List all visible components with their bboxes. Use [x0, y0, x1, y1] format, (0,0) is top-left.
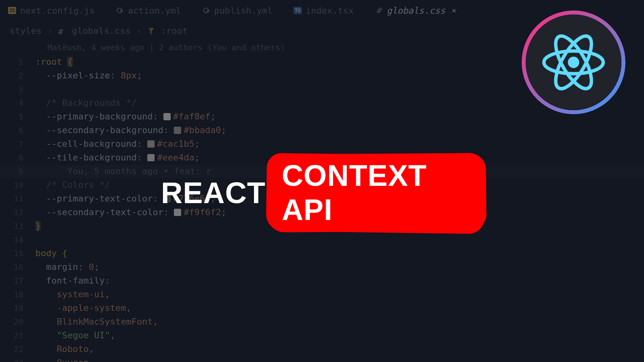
code-line[interactable]: 18 system-ui,: [0, 288, 644, 301]
code-line[interactable]: 6 --secondary-background: #bbada0;: [0, 123, 644, 137]
code-content: }: [35, 219, 41, 233]
code-content: body {: [35, 247, 67, 260]
line-number: 21: [0, 329, 35, 342]
title-word-react: REACT: [161, 176, 266, 210]
yaml-icon: [203, 8, 209, 13]
line-number: 17: [0, 274, 35, 288]
title-highlight: CONTEXT API: [270, 158, 483, 227]
tab-label: action.yml: [128, 6, 181, 16]
line-number: 18: [0, 288, 35, 301]
react-logo-badge: [522, 10, 625, 114]
code-content: font-family:: [35, 274, 110, 288]
hash-icon: #: [58, 27, 66, 35]
line-number: 12: [0, 206, 35, 219]
code-line[interactable]: 23 Oxygen,: [0, 356, 644, 362]
chevron-right-icon: ›: [47, 26, 52, 36]
line-number: 1: [0, 55, 35, 69]
tab-index-tsx[interactable]: TSindex.tsx: [289, 2, 359, 19]
color-swatch-icon: [174, 127, 181, 134]
line-number: 16: [0, 260, 35, 274]
line-number: 23: [0, 356, 35, 362]
code-content: --secondary-background: #bbada0;: [35, 123, 226, 137]
chevron-right-icon: ›: [136, 26, 141, 36]
line-number: 22: [0, 342, 35, 356]
line-number: 2: [0, 69, 35, 82]
line-number: 20: [0, 315, 35, 329]
close-icon[interactable]: ×: [451, 6, 456, 15]
code-content: Oxygen,: [35, 356, 94, 362]
js-icon: JS: [8, 7, 16, 14]
code-content: Roboto,: [35, 342, 94, 356]
tab-label: index.tsx: [306, 6, 354, 16]
title-word-context-api: CONTEXT API: [282, 159, 427, 226]
breadcrumb-folder[interactable]: styles: [10, 26, 41, 36]
tab-publish-yml[interactable]: publish.yml: [197, 2, 278, 19]
line-number: 10: [0, 178, 35, 192]
code-content: BlinkMacSystemFont,: [35, 315, 158, 329]
code-content: -apple-system,: [35, 301, 131, 315]
line-number: 19: [0, 301, 35, 315]
code-line[interactable]: 16 margin: 0;: [0, 260, 644, 274]
code-line[interactable]: 19 -apple-system,: [0, 301, 644, 315]
code-line[interactable]: 17 font-family:: [0, 274, 644, 288]
breadcrumb-symbol[interactable]: :root: [161, 26, 188, 36]
ts-icon: TS: [293, 7, 301, 14]
code-content: :root {: [35, 55, 73, 69]
color-swatch-icon: [147, 140, 155, 148]
color-swatch-icon: [147, 154, 155, 161]
code-content: [35, 82, 41, 96]
tab-globals-css[interactable]: #globals.css×: [370, 2, 461, 19]
line-number: 13: [0, 219, 35, 233]
tab-label: globals.css: [387, 6, 446, 16]
tab-label: publish.yml: [214, 6, 273, 16]
line-number: 15: [0, 247, 35, 260]
code-line[interactable]: 7 --cell-background: #cac1b5;: [0, 137, 644, 151]
title-overlay: REACT CONTEXT API: [161, 158, 483, 227]
hash-icon: #: [375, 6, 383, 14]
tab-action-yml[interactable]: action.yml: [111, 2, 186, 19]
code-content: --cell-background: #cac1b5;: [35, 137, 200, 151]
line-number: 6: [0, 123, 35, 137]
svg-point-4: [568, 57, 579, 68]
code-content: [35, 233, 41, 247]
code-content: /* Backgrounds */: [35, 96, 137, 110]
badge-inner: [526, 14, 621, 110]
line-number: 3: [0, 82, 35, 96]
line-number: 8: [0, 151, 35, 165]
react-icon: [539, 28, 608, 97]
code-line[interactable]: 20 BlinkMacSystemFont,: [0, 315, 644, 329]
code-content: system-ui,: [35, 288, 110, 301]
line-number: 5: [0, 110, 35, 123]
code-content: --primary-background: #faf8ef;: [35, 110, 216, 123]
code-content: --pixel-size: 8px;: [35, 69, 142, 82]
line-number: 11: [0, 192, 35, 206]
line-number: 14: [0, 233, 35, 247]
tab-label: next.config.js: [20, 6, 95, 16]
yaml-icon: [117, 8, 122, 13]
code-line[interactable]: 21 "Segoe UI",: [0, 329, 644, 342]
color-swatch-icon: [163, 113, 171, 120]
code-content: /* Colors */: [35, 178, 110, 192]
line-number: 4: [0, 96, 35, 110]
code-line[interactable]: 22 Roboto,: [0, 342, 644, 356]
code-content: "Segoe UI",: [35, 329, 116, 342]
line-number: 9: [0, 165, 35, 178]
symbol-icon: [147, 27, 155, 35]
code-line[interactable]: 15body {: [0, 247, 644, 260]
breadcrumb-file[interactable]: globals.css: [72, 26, 131, 36]
code-line[interactable]: 14: [0, 233, 644, 247]
code-content: margin: 0;: [35, 260, 99, 274]
line-number: 7: [0, 137, 35, 151]
tab-next-config-js[interactable]: JSnext.config.js: [3, 2, 99, 19]
